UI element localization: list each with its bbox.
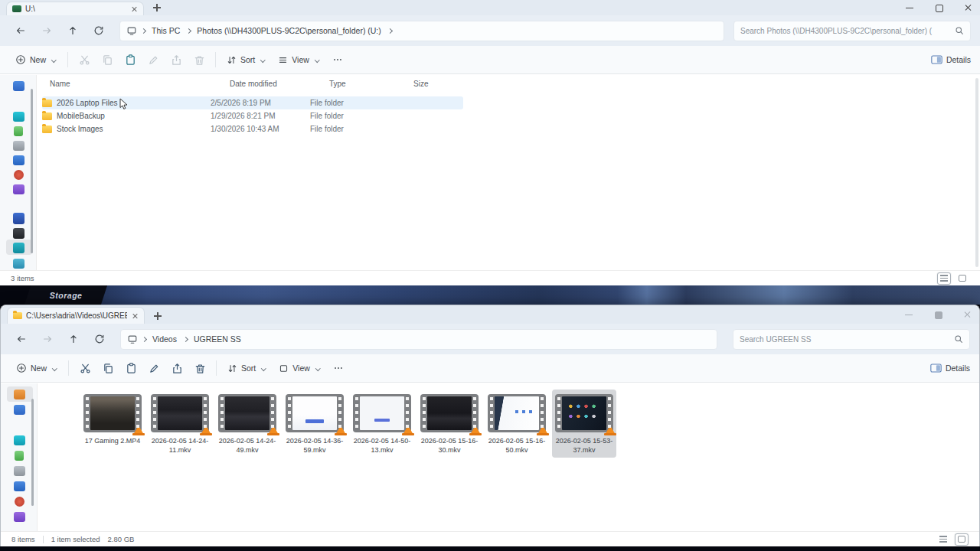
view-button[interactable]: View	[272, 51, 326, 69]
video-tile[interactable]: 2026-02-05 14-50-13.mkv	[350, 390, 414, 458]
sidebar-favorites-icon[interactable]	[14, 126, 23, 136]
sidebar-music-icon[interactable]	[14, 170, 24, 180]
new-tab-button[interactable]	[152, 2, 162, 13]
sidebar-home-icon[interactable]	[14, 390, 25, 399]
delete-button[interactable]	[188, 50, 211, 70]
back-button[interactable]	[10, 329, 33, 349]
sidebar-gallery-icon[interactable]	[14, 405, 25, 415]
maximize-icon[interactable]	[933, 310, 942, 319]
details-view-toggle[interactable]	[936, 533, 950, 546]
maximize-icon[interactable]	[934, 3, 943, 12]
share-button[interactable]	[165, 358, 188, 378]
close-icon[interactable]	[962, 310, 972, 319]
breadcrumb-current-folder[interactable]: Photos (\\DH4300PLUS-9C2C\personal_folde…	[194, 24, 383, 37]
file-name: Stock Images	[57, 125, 103, 133]
copy-button[interactable]	[96, 50, 119, 70]
tab-videos-folder[interactable]: C:\Users\adria\Videos\UGREE	[7, 307, 145, 324]
thumbnail-view-toggle[interactable]	[956, 272, 969, 285]
rename-button[interactable]	[142, 50, 165, 70]
sidebar-network-icon[interactable]	[13, 259, 24, 269]
sidebar-drive-c-icon[interactable]	[13, 213, 24, 224]
refresh-button[interactable]	[88, 329, 111, 349]
search-input[interactable]	[740, 335, 954, 344]
rename-button[interactable]	[142, 358, 165, 378]
details-pane-button[interactable]: Details	[930, 364, 970, 373]
column-name[interactable]: Name	[50, 80, 230, 88]
file-row[interactable]: MobileBackup 1/29/2026 8:21 PM File fold…	[42, 109, 463, 122]
new-button[interactable]: New	[10, 359, 64, 377]
tab-close-icon[interactable]	[131, 312, 139, 320]
sidebar-documents-icon[interactable]	[13, 155, 24, 165]
video-tile-selected[interactable]: 2026-02-05 15-53-37.mkv	[552, 390, 616, 458]
sort-button[interactable]: Sort	[221, 360, 273, 377]
column-type[interactable]: Type	[329, 80, 413, 88]
sidebar-documents-icon[interactable]	[14, 481, 25, 491]
sidebar-scrollbar[interactable]	[31, 89, 33, 253]
close-icon[interactable]	[963, 3, 972, 12]
sort-button[interactable]: Sort	[220, 51, 272, 69]
sidebar-videos-icon[interactable]	[14, 512, 25, 522]
search-input[interactable]	[740, 27, 955, 35]
vlc-icon	[201, 425, 211, 435]
storage-window-title[interactable]: Storage	[24, 285, 107, 305]
paste-button[interactable]	[119, 50, 142, 70]
details-view-toggle[interactable]	[937, 272, 951, 285]
file-row[interactable]: 2026 Laptop Files 2/5/2026 8:19 PM File …	[42, 96, 463, 109]
thumbnail-view-toggle[interactable]	[955, 533, 969, 546]
sidebar-gallery-icon[interactable]	[13, 141, 24, 151]
up-button[interactable]	[62, 329, 85, 349]
tab-photos-drive[interactable]: U:\	[6, 2, 144, 15]
sidebar-onedrive-icon[interactable]	[13, 112, 24, 122]
back-button[interactable]	[9, 21, 32, 41]
address-bar[interactable]: Videos UGREEN SS	[120, 329, 717, 350]
list-scrollbar[interactable]	[975, 78, 978, 267]
sidebar-onedrive-icon[interactable]	[14, 435, 25, 445]
file-row[interactable]: Stock Images 1/30/2026 10:43 AM File fol…	[42, 122, 463, 135]
video-tile[interactable]: 2026-02-05 14-24-49.mkv	[215, 390, 279, 458]
sidebar-videos-icon[interactable]	[13, 184, 24, 194]
forward-button[interactable]	[36, 329, 59, 349]
more-options-button[interactable]	[326, 50, 349, 70]
breadcrumb-videos[interactable]: Videos	[150, 333, 179, 345]
sidebar-pictures-icon[interactable]	[14, 466, 25, 476]
column-date-modified[interactable]: Date modified	[230, 80, 329, 88]
more-options-button[interactable]	[327, 358, 350, 378]
column-size[interactable]: Size	[413, 80, 459, 88]
view-button[interactable]: View	[273, 360, 327, 377]
search-box[interactable]	[733, 21, 971, 41]
forward-button[interactable]	[35, 21, 58, 41]
new-button[interactable]: New	[9, 51, 63, 69]
delete-button[interactable]	[188, 358, 211, 378]
sidebar-network-drive-icon[interactable]	[13, 243, 24, 253]
copy-button[interactable]	[96, 358, 119, 378]
share-button[interactable]	[165, 50, 188, 70]
minimize-icon[interactable]	[904, 310, 913, 319]
file-date: 2/5/2026 8:19 PM	[211, 99, 310, 107]
sidebar-home-icon[interactable]	[13, 81, 24, 91]
sidebar-music-icon[interactable]	[15, 497, 24, 507]
search-icon	[955, 26, 964, 35]
breadcrumb-this-pc[interactable]: This PC	[149, 24, 182, 37]
minimize-icon[interactable]	[905, 3, 914, 12]
address-bar[interactable]: This PC Photos (\\DH4300PLUS-9C2C\person…	[119, 21, 724, 41]
new-tab-button[interactable]	[152, 311, 163, 321]
sidebar-drive-d-icon[interactable]	[13, 228, 24, 239]
video-tile[interactable]: 2026-02-05 15-16-30.mkv	[417, 390, 482, 458]
up-button[interactable]	[61, 21, 84, 41]
sidebar-favorites-icon[interactable]	[15, 451, 24, 461]
video-tile[interactable]: 2026-02-05 14-24-11.mkv	[148, 390, 212, 458]
video-thumbnail	[151, 394, 209, 432]
cut-button[interactable]	[74, 358, 96, 378]
video-tile[interactable]: 2026-02-05 15-16-50.mkv	[485, 390, 549, 458]
video-filename: 2026-02-05 15-53-37.mkv	[553, 436, 616, 455]
paste-button[interactable]	[119, 358, 142, 378]
search-box[interactable]	[733, 329, 970, 350]
video-tile[interactable]: 2026-02-05 14-36-59.mkv	[283, 390, 347, 458]
refresh-button[interactable]	[87, 21, 110, 41]
sidebar-scrollbar[interactable]	[31, 399, 34, 506]
video-tile[interactable]: 17 Gaming 2.MP4	[80, 390, 145, 458]
breadcrumb-current-folder[interactable]: UGREEN SS	[191, 333, 243, 345]
cut-button[interactable]	[73, 50, 96, 70]
tab-close-icon[interactable]	[130, 5, 138, 13]
details-pane-button[interactable]: Details	[931, 55, 971, 64]
